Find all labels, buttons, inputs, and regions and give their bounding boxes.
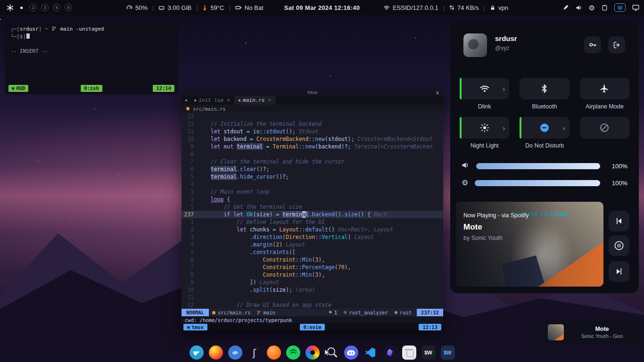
previous-track-button[interactable] (609, 211, 629, 231)
toggle-blocked[interactable] (580, 117, 629, 139)
logo-icon[interactable] (7, 4, 14, 11)
tmux-window-badge[interactable]: 0:nvim (300, 324, 325, 330)
chevron-right-icon[interactable]: › (503, 124, 505, 132)
workspace-indicator[interactable]: 2 (29, 4, 37, 11)
tab-close-icon[interactable]: × (268, 97, 271, 104)
brush-icon[interactable] (562, 4, 569, 11)
volume-slider[interactable] (476, 163, 600, 169)
dock-app-photos[interactable] (305, 346, 320, 360)
dock-app-orange-app[interactable] (267, 346, 281, 360)
workspace-indicator[interactable]: 3 (41, 4, 49, 11)
control-center: srdusr @xyz › Dlink Bluetooth (450, 21, 639, 293)
code-line: 6 terminal.clear()?; (182, 165, 443, 173)
logout-icon (613, 41, 621, 49)
system-stats: 50% | 3.00 GiB | 59°C | No Bat (126, 0, 264, 15)
code-line: 8 Constraint::Min(3), (182, 271, 443, 279)
tmux-session-badge[interactable]: ▣HUD (8, 85, 28, 92)
code-line: 3 // Main event loop (182, 188, 443, 196)
desktop: ● 2395 50% | 3.00 GiB | 59°C | No Bat (0, 0, 644, 362)
window-close-button[interactable]: x (436, 90, 439, 96)
next-track-button[interactable] (609, 261, 629, 282)
tmux-clock-badge: 12:13 (419, 324, 441, 330)
workspace-indicator[interactable]: 9 (53, 4, 60, 11)
dock-app-trash[interactable] (402, 346, 416, 360)
now-playing-card[interactable]: OF PUNK TO COME Now Playing - via Spotif… (456, 202, 603, 287)
speaker-icon (462, 162, 470, 171)
workspace-indicator[interactable]: 5 (65, 4, 72, 11)
toggle-airplane-mode[interactable] (580, 78, 629, 99)
vim-mode-segment: NORMAL (182, 309, 209, 316)
notification-subtitle: Sonic Youth - Goo (569, 333, 636, 339)
chevron-double-down-icon[interactable] (614, 3, 626, 12)
play-pause-button[interactable] (609, 235, 629, 256)
dock-app-vscode[interactable] (363, 346, 378, 360)
code-line: 4 (182, 181, 443, 188)
modified-dot-icon: ● (239, 97, 240, 104)
dock-app-sw-dark[interactable]: $W (421, 346, 436, 360)
brightness-value: 100% (607, 180, 627, 187)
brightness-slider[interactable] (475, 180, 600, 186)
tmux-session-badge[interactable]: ▣tmux (183, 324, 207, 330)
speaker-icon[interactable] (576, 5, 582, 11)
dock-app-spotify[interactable] (286, 346, 300, 360)
user-name: srdusr (495, 34, 517, 42)
wifi-status: ESSID/127.0.0.1 (383, 4, 438, 11)
terminal-input-line[interactable]: └─[$] (10, 33, 173, 40)
gear-icon[interactable]: ⚙ (589, 4, 595, 11)
code-line: 11 (182, 294, 443, 301)
code-line: 1 // Get the terminal size (182, 203, 443, 211)
night-light-icon (480, 123, 489, 132)
toggle-night-light[interactable]: › (460, 117, 509, 139)
dock-app-hook-app[interactable]: ʃ (248, 346, 262, 360)
dock-app-obsidian[interactable] (383, 346, 397, 360)
tab-main-rs[interactable]: ● main.rs × (234, 96, 275, 105)
tab-init-lua[interactable]: ● init.lua × (190, 96, 234, 105)
logout-button[interactable] (608, 36, 625, 53)
layout-icon[interactable] (632, 4, 639, 11)
dock-app-discord[interactable] (344, 346, 358, 360)
track-artist: by Sonic Youth (463, 235, 503, 241)
toggle-wifi[interactable]: › (460, 78, 509, 99)
gear-icon: ⚙ (344, 309, 347, 316)
tab-close-icon[interactable]: × (227, 97, 230, 104)
password-key-button[interactable] (584, 36, 601, 53)
notification[interactable]: Mote Sonic Youth - Goo (542, 321, 641, 344)
code-line: 10 .split(size); (area) (182, 286, 443, 294)
do-not-disturb-icon (540, 123, 549, 132)
chevron-right-icon[interactable]: › (563, 124, 565, 132)
tmux-window-badge[interactable]: 0:zsh (81, 85, 102, 92)
editor-window: tmux x ◆ ● init.lua × ● main.rs × src/ma… (182, 90, 443, 331)
code-line: 2 loop { (182, 196, 443, 203)
temperature-stat: 59°C (202, 4, 224, 11)
dock: qbʃ$W$W (0, 346, 644, 360)
next-icon (614, 267, 624, 276)
workspaces: 2395 (29, 4, 72, 11)
brightness-gear-icon: ⚙ (462, 179, 468, 187)
code-line: 12 // Draw UI based on app state (182, 301, 443, 309)
code-line: 7 Constraint::Percentage(70), (182, 263, 443, 271)
chevron-right-icon[interactable]: › (503, 85, 505, 92)
avatar[interactable] (463, 33, 487, 57)
window-titlebar: tmux x (182, 90, 443, 96)
workspace-active[interactable]: ● (20, 4, 23, 11)
mouse-cursor (324, 349, 330, 359)
code-line: 237 if let Ok(size) = terminal.backend()… (182, 211, 443, 218)
dock-app-firefox[interactable] (209, 346, 223, 360)
code-lines[interactable]: 1312 // Initialize the terminal backend1… (182, 113, 443, 309)
dock-app-qbittorrent[interactable]: qb (228, 346, 242, 360)
dock-app-telegram[interactable] (190, 346, 204, 360)
code-line: 4 .margin(2) Layout (182, 241, 443, 248)
rust-file-icon (212, 311, 215, 314)
git-branch-icon (257, 310, 261, 315)
toggle-do-not-disturb[interactable]: › (520, 117, 569, 139)
dock-app-sw-blue[interactable]: $W (441, 346, 455, 360)
window-title: tmux (307, 90, 318, 95)
wifi-icon (383, 5, 390, 10)
code-line: 11 let stdout = io::stdout(); Stdout (182, 128, 443, 135)
clipboard-icon[interactable] (602, 4, 608, 11)
code-line: 7 // Clear the terminal and hide the cur… (182, 158, 443, 165)
toggle-bluetooth[interactable] (520, 78, 569, 99)
modified-dot-icon: ● (194, 97, 196, 104)
git-branch-icon (52, 26, 56, 33)
clock[interactable]: Sat 09 Mar 2024 12:16:40 (284, 0, 360, 15)
